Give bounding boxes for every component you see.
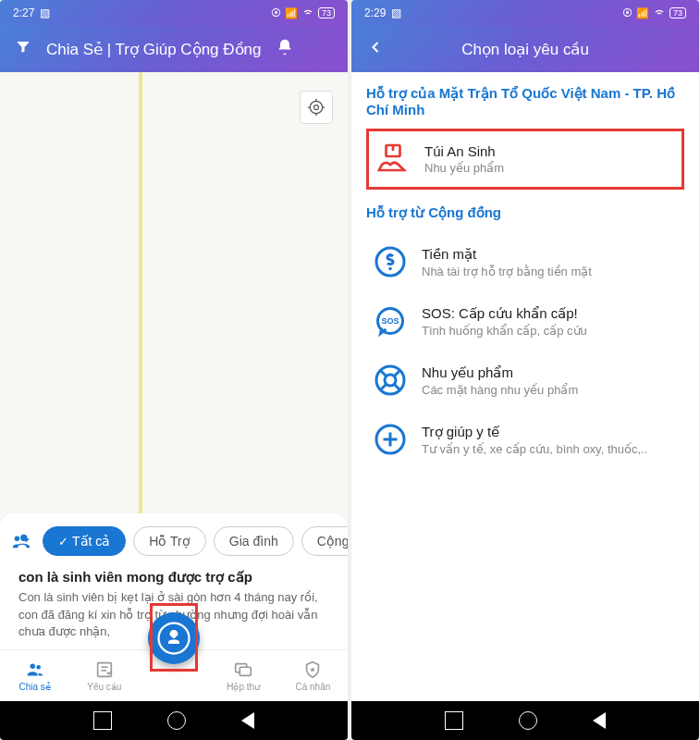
svg-point-8	[36, 665, 41, 670]
android-recent[interactable]	[445, 711, 463, 730]
status-time: 2:27	[13, 6, 34, 19]
back-icon[interactable]	[366, 38, 385, 60]
wifi-icon	[653, 6, 666, 20]
chip-all[interactable]: ✓Tất cả	[43, 526, 126, 556]
nav-request[interactable]: Yêu cầu	[69, 660, 139, 692]
item-sub: Các mặt hàng nhu yếu phẩm	[422, 383, 679, 397]
svg-line-24	[381, 385, 387, 390]
people-icon	[25, 660, 45, 680]
svg-line-21	[381, 371, 387, 376]
medical-icon	[372, 421, 409, 458]
header-bar: Chia Sẻ | Trợ Giúp Cộng Đồng	[0, 26, 348, 72]
chip-support[interactable]: Hỗ Trợ	[133, 526, 205, 556]
nav-inbox[interactable]: Hộp thư	[209, 660, 278, 692]
item-tui-an-sinh[interactable]: Túi An Sinh Nhu yếu phẩm	[366, 129, 684, 190]
svg-text:SOS: SOS	[381, 316, 399, 326]
wifi-icon	[301, 6, 314, 20]
money-icon	[372, 243, 409, 280]
list-check-icon	[94, 660, 115, 680]
item-tien-mat[interactable]: Tiền mặt Nhà tài trợ hỗ trợ bằng tiền mặ…	[366, 232, 684, 291]
header-title: Chọn loại yêu cầu	[399, 40, 651, 59]
section-header-2: Hỗ trợ từ Cộng đồng	[366, 204, 684, 221]
nav-share[interactable]: Chia sẻ	[0, 660, 69, 692]
header-bar: Chọn loại yêu cầu	[351, 26, 699, 72]
status-bar: 2:29 ▧ ⦿ 📶 73	[351, 0, 699, 26]
item-title: Trợ giúp y tế	[422, 424, 679, 440]
chip-family[interactable]: Gia đình	[214, 526, 294, 556]
battery-icon: 73	[318, 7, 335, 18]
item-sub: Nhà tài trợ hỗ trợ bằng tiền mặt	[422, 265, 679, 278]
location-icon: ⦿	[271, 7, 281, 18]
svg-point-1	[310, 101, 322, 113]
item-sub: Tư vấn y tế, xe cấp cứu, bình oxy, thuốc…	[422, 442, 679, 456]
shield-star-icon	[302, 660, 323, 680]
status-bar: 2:27 ▧ ⦿ 📶 73	[0, 0, 348, 26]
item-sub: Tình huống khẩn cấp, cấp cứu	[422, 324, 679, 338]
filter-chips-row: ✓Tất cả Hỗ Trợ Gia đình Cộng	[0, 526, 348, 569]
fab-button[interactable]	[148, 612, 200, 664]
battery-icon: 73	[669, 7, 686, 18]
svg-line-23	[395, 385, 400, 390]
android-home[interactable]	[167, 711, 186, 730]
chip-community[interactable]: Cộng	[301, 526, 348, 556]
location-icon: ⦿	[622, 7, 632, 18]
svg-point-20	[385, 375, 396, 386]
filter-icon[interactable]	[15, 39, 31, 59]
sos-icon: SOS	[372, 302, 409, 339]
map-view[interactable]	[0, 72, 348, 513]
post-title: con là sinh viên mong được trợ cấp	[18, 569, 329, 586]
request-type-list: Hỗ trợ của Mặt Trận Tổ Quốc Việt Nam - T…	[351, 72, 699, 701]
left-phone: 2:27 ▧ ⦿ 📶 73 Chia Sẻ | Trợ Giúp Cộng Đồ…	[0, 0, 348, 740]
signal-icon: 📶	[636, 7, 649, 19]
item-title: Nhu yếu phẩm	[422, 364, 679, 381]
status-time: 2:29	[364, 6, 386, 19]
android-back[interactable]	[593, 712, 606, 729]
lifebuoy-icon	[372, 362, 409, 399]
svg-rect-13	[240, 667, 252, 675]
image-icon: ▧	[391, 6, 401, 19]
right-phone: 2:29 ▧ ⦿ 📶 73 Chọn loại yêu cầu Hỗ trợ c…	[351, 0, 699, 740]
android-recent[interactable]	[93, 711, 112, 730]
item-title: SOS: Cấp cứu khẩn cấp!	[422, 305, 679, 322]
android-home[interactable]	[519, 711, 537, 730]
item-sub: Nhu yếu phẩm	[424, 161, 676, 175]
add-people-icon[interactable]	[11, 531, 31, 551]
svg-line-22	[395, 371, 400, 376]
android-back[interactable]	[241, 712, 254, 729]
chat-icon	[233, 660, 253, 680]
locate-button[interactable]	[300, 91, 333, 124]
header-title: Chia Sẻ | Trợ Giúp Cộng Đồng	[46, 40, 261, 59]
item-y-te[interactable]: Trợ giúp y tế Tư vấn y tế, xe cấp cứu, b…	[366, 410, 684, 469]
signal-icon: 📶	[285, 7, 298, 19]
android-nav	[0, 701, 348, 740]
item-nhu-yeu-pham[interactable]: Nhu yếu phẩm Các mặt hàng nhu yếu phẩm	[366, 351, 684, 410]
nav-profile[interactable]: Cá nhân	[278, 660, 348, 692]
item-sos[interactable]: SOS SOS: Cấp cứu khẩn cấp! Tình huống kh…	[366, 291, 684, 351]
item-title: Tiền mặt	[422, 246, 679, 263]
svg-point-16	[376, 248, 404, 276]
item-title: Túi An Sinh	[424, 143, 676, 159]
section-header-1: Hỗ trợ của Mặt Trận Tổ Quốc Việt Nam - T…	[366, 85, 684, 117]
bell-icon[interactable]	[276, 38, 294, 60]
android-nav	[351, 701, 699, 740]
image-icon: ▧	[40, 6, 50, 19]
svg-point-7	[30, 664, 35, 670]
welfare-bag-icon	[375, 141, 411, 178]
svg-point-0	[314, 105, 319, 110]
